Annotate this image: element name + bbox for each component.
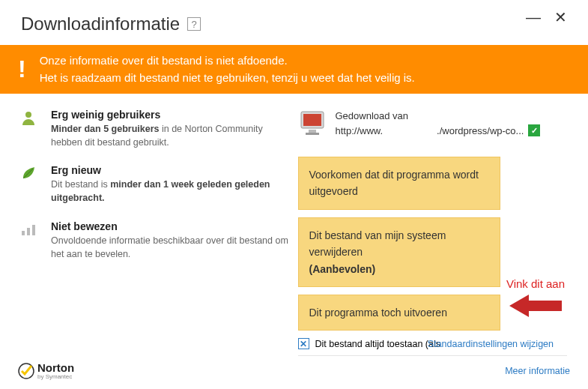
download-url-suffix: ./wordpress/wp-co... [437,124,524,139]
option-label: Voorkomen dat dit programma wordt uitgev… [309,169,479,197]
option-remove-file[interactable]: Dit bestand van mijn systeem verwijderen… [298,217,500,287]
insights-panel: Erg weinig gebruikers Minder dan 5 gebru… [21,109,291,356]
exclamation-icon: ! [18,55,26,83]
download-source: Gedownload van http://www. ./wordpress/w… [298,109,568,139]
svg-rect-1 [22,231,25,235]
defaults-link[interactable]: Standaardinstellingen wijzigen [428,339,554,349]
minimize-button[interactable]: — [526,10,541,25]
svg-point-0 [25,112,31,118]
insight-body: Dit bestand is minder dan 1 week geleden… [51,178,291,205]
annotation: Vink dit aan [487,277,584,319]
download-label: Gedownload van [336,109,541,124]
svg-marker-8 [509,295,562,317]
option-run-anyway[interactable]: Dit programma toch uitvoeren [298,295,500,331]
norton-logo: Norton by Symantec [18,361,74,380]
leaf-icon [21,164,39,205]
warning-banner: ! Onze informatie over dit bestand is ni… [0,45,588,94]
option-label: Dit programma toch uitvoeren [309,307,447,319]
insight-age: Erg nieuw Dit bestand is minder dan 1 we… [21,164,291,205]
banner-line1: Onze informatie over dit bestand is niet… [40,52,415,70]
user-icon [21,109,39,149]
footer: Norton by Symantec Meer informatie [0,361,588,380]
banner-line2: Het is raadzaam dit bestand niet te gebr… [40,70,415,87]
bars-icon [21,220,39,261]
titlebar: Downloadinformatie ? — ✕ [0,0,588,45]
download-url-prefix: http://www. [336,124,384,139]
actions-panel: Gedownload van http://www. ./wordpress/w… [298,109,568,356]
insight-body: Onvoldoende informatie beschikbaar over … [51,234,291,261]
insight-heading: Erg nieuw [51,164,291,176]
verified-icon: ✓ [528,124,540,136]
svg-rect-2 [27,228,30,235]
help-button[interactable]: ? [187,17,201,31]
annotation-label: Vink dit aan [506,277,565,290]
window-title: Downloadinformatie [21,13,180,34]
insight-heading: Niet bewezen [51,220,291,232]
more-info-link[interactable]: Meer informatie [505,366,570,376]
svg-rect-6 [309,130,316,133]
always-allow-checkbox[interactable]: ✕ [298,338,309,349]
brand-name: Norton [37,361,74,374]
insight-proof: Niet bewezen Onvoldoende informatie besc… [21,220,291,261]
svg-rect-5 [303,114,321,126]
computer-icon [298,109,328,139]
option-label: Dit bestand van mijn systeem verwijderen [309,229,446,258]
insight-heading: Erg weinig gebruikers [51,109,291,121]
insight-body: Minder dan 5 gebruikers in de Norton Com… [51,122,291,149]
option-prevent-run[interactable]: Voorkomen dat dit programma wordt uitgev… [298,157,500,210]
svg-rect-3 [32,225,35,235]
checkbox-label: Dit bestand altijd toestaan (als [315,339,440,349]
arrow-icon [509,293,562,319]
brand-by: by Symantec [37,373,74,380]
svg-rect-7 [306,133,319,135]
checkmark-icon [18,363,34,379]
insight-users: Erg weinig gebruikers Minder dan 5 gebru… [21,109,291,149]
close-button[interactable]: ✕ [554,10,567,25]
option-recommended: (Aanbevolen) [309,261,489,277]
